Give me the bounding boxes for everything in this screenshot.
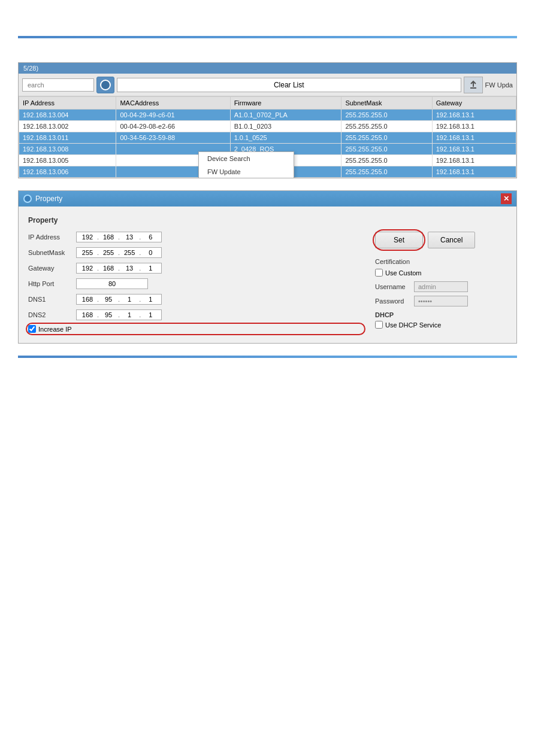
http-port-label: Http Port [28,280,76,287]
dialog-close-button[interactable]: ✕ [501,193,512,204]
dns2-label: DNS2 [28,311,76,318]
set-button-highlight [373,229,425,251]
dialog-title: Property [35,195,62,203]
toolbar: Clear List FW Upda [19,74,516,96]
upload-button[interactable] [464,77,483,93]
table-row[interactable]: 192.168.13.00400-04-29-49-c6-01A1.0.1_07… [19,110,516,121]
use-custom-label: Use Custom [385,269,422,277]
use-dhcp-row: Use DHCP Service [375,321,507,329]
table-cell-firmware: 1.0.1_0525 [230,132,341,144]
gateway-input-group: . . . [76,263,162,274]
dialog-right-panel: Set Cancel Certification Use Custom [375,232,507,333]
dialog-content: Property IP Address . . . [19,207,516,343]
username-row: Username [375,281,507,292]
username-input[interactable] [414,281,468,292]
subnet-seg-1[interactable] [79,249,96,256]
globe-button[interactable] [96,77,114,93]
context-menu-item[interactable]: FW Update [199,165,294,178]
set-button-wrapper: Set [375,232,423,248]
dns1-seg-2[interactable] [100,296,117,303]
dns1-row: DNS1 . . . [28,294,363,305]
ip-seg-2[interactable] [100,233,117,241]
dialog-titlebar: Property ✕ [19,191,516,207]
increase-ip-row: Increase IP [28,325,363,333]
dhcp-title: DHCP [375,311,507,318]
ip-seg-1[interactable] [79,233,96,241]
dns1-seg-1[interactable] [79,296,96,303]
table-row[interactable]: 192.168.13.01100-34-56-23-59-881.0.1_052… [19,132,516,144]
subnet-seg-4[interactable] [142,249,159,256]
use-custom-row: Use Custom [375,269,507,277]
bottom-decorative-line [18,356,517,358]
table-cell-ip: 192.168.13.005 [19,155,116,166]
context-menu-item[interactable]: Device Search [199,152,294,165]
dns1-seg-4[interactable] [142,296,159,303]
dns1-seg-3[interactable] [121,296,138,303]
ip-seg-3[interactable] [121,233,138,241]
gw-seg-2[interactable] [100,265,117,272]
col-gateway: Gateway [432,97,516,110]
password-row: Password [375,296,507,306]
cancel-button[interactable]: Cancel [428,232,475,248]
dns2-seg-1[interactable] [79,311,96,318]
search-input[interactable] [22,78,94,92]
subnet-input-group: . . . [76,247,162,258]
certification-section: Certification Use Custom Username Passwo… [375,258,507,306]
dns1-label: DNS1 [28,296,76,303]
window-title-bar: 5/28) [19,63,516,74]
dns2-seg-3[interactable] [121,311,138,318]
dns2-seg-2[interactable] [100,311,117,318]
col-subnet: SubnetMask [341,97,432,110]
subnet-seg-3[interactable] [121,249,138,256]
use-dhcp-checkbox[interactable] [375,321,383,329]
table-cell-mac: 00-34-56-23-59-88 [116,132,230,144]
dialog-form-fields: IP Address . . . SubnetMas [28,232,363,333]
clear-list-button[interactable]: Clear List [117,78,461,92]
table-cell-gateway: 192.168.13.1 [432,155,516,166]
password-label: Password [375,297,414,305]
fw-update-label: FW Upda [485,81,513,89]
col-ip: IP Address [19,97,116,110]
username-label: Username [375,283,414,290]
http-port-input[interactable] [76,278,148,289]
dialog-section-title: Property [28,216,507,224]
ip-address-row: IP Address . . . [28,232,363,242]
globe-icon [100,80,111,90]
device-search-screenshot: 5/28) Clear List FW Upda IP Address [18,62,517,178]
gw-seg-3[interactable] [121,265,138,272]
table-cell-subnet: 255.255.255.0 [341,110,432,121]
table-cell-subnet: 255.255.255.0 [341,132,432,144]
context-menu: Device SearchFW UpdateRestore SystemBatc… [198,151,294,178]
dns1-input-group: . . . [76,294,162,305]
table-cell-gateway: 192.168.13.1 [432,166,516,178]
increase-ip-highlight [26,323,365,335]
dialog-buttons: Set Cancel [375,232,507,248]
http-port-row: Http Port [28,278,363,289]
table-cell-ip: 192.168.13.008 [19,144,116,155]
gw-seg-1[interactable] [79,265,96,272]
use-custom-checkbox[interactable] [375,269,383,277]
password-input[interactable] [414,296,468,306]
table-cell-firmware: B1.0.1_0203 [230,121,341,132]
dns2-seg-4[interactable] [142,311,159,318]
table-cell-gateway: 192.168.13.1 [432,110,516,121]
table-cell-subnet: 255.255.255.0 [341,121,432,132]
table-cell-ip: 192.168.13.002 [19,121,116,132]
table-row[interactable]: 192.168.13.00200-04-29-08-e2-66B1.0.1_02… [19,121,516,132]
col-firmware: Firmware [230,97,341,110]
property-dialog: Property ✕ Property IP Address . [18,190,517,344]
table-cell-mac: 00-04-29-08-e2-66 [116,121,230,132]
dhcp-section: DHCP Use DHCP Service [375,311,507,329]
gw-seg-4[interactable] [142,265,159,272]
dialog-layout: IP Address . . . SubnetMas [28,232,507,333]
table-cell-subnet: 255.255.255.0 [341,155,432,166]
table-cell-mac: 00-04-29-49-c6-01 [116,110,230,121]
dns2-row: DNS2 . . . [28,309,363,320]
ip-address-label: IP Address [28,233,76,241]
subnet-seg-2[interactable] [100,249,117,256]
top-decorative-line [18,36,517,38]
dialog-icon [23,195,32,203]
upload-icon [468,80,478,90]
dns2-input-group: . . . [76,309,162,320]
ip-seg-4[interactable] [142,233,159,241]
